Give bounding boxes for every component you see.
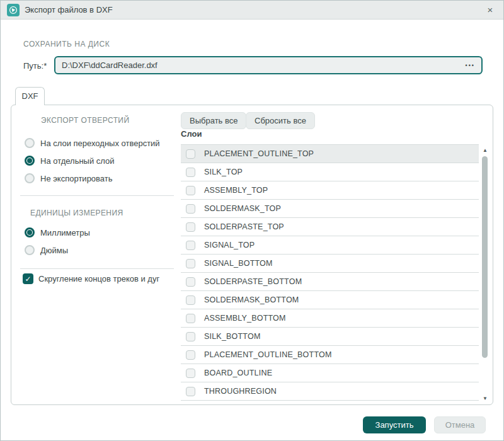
layer-row[interactable]: SIGNAL_TOP (181, 236, 479, 255)
layer-list: PLACEMENT_OUTLINE_TOPSILK_TOPASSEMBLY_TO… (181, 144, 479, 401)
cancel-button[interactable]: Отмена (434, 416, 486, 433)
window-title: Экспорт файлов в DXF (25, 1, 113, 20)
layer-checkbox-unchecked-icon[interactable] (186, 295, 195, 305)
layer-row[interactable]: THROUGHREGION (181, 382, 479, 401)
layer-checkbox-unchecked-icon[interactable] (186, 332, 195, 341)
layer-checkbox-unchecked-icon[interactable] (186, 241, 195, 250)
layer-checkbox-unchecked-icon[interactable] (186, 168, 195, 177)
layer-checkbox-unchecked-icon[interactable] (186, 259, 195, 268)
layer-row[interactable]: SIGNAL_BOTTOM (181, 255, 479, 273)
radio-selected-icon[interactable] (25, 156, 35, 166)
radio-option[interactable]: Не экспортировать (25, 173, 113, 183)
layer-name: PLACEMENT_OUTLINE_TOP (204, 149, 314, 158)
layer-checkbox-unchecked-icon[interactable] (186, 314, 195, 323)
layer-row[interactable]: SOLDERPASTE_TOP (181, 218, 479, 236)
layer-row[interactable]: SOLDERMASK_TOP (181, 200, 479, 218)
layer-row[interactable]: SOLDERMASK_BOTTOM (181, 291, 479, 309)
rounding-checkbox-row[interactable]: ✓ Скругление концов треков и дуг (23, 273, 159, 284)
layer-name: SIGNAL_BOTTOM (204, 259, 273, 268)
layer-checkbox-unchecked-icon[interactable] (186, 350, 195, 360)
layer-name: SOLDERMASK_TOP (204, 204, 281, 213)
radio-option-label: Миллиметры (40, 228, 90, 238)
layer-row[interactable]: SILK_TOP (181, 163, 479, 181)
radio-option-label: Не экспортировать (40, 174, 113, 183)
title-bar: Экспорт файлов в DXF × (1, 1, 503, 20)
layers-column-header: Слои (181, 129, 202, 139)
radio-option-label: На отдельный слой (40, 156, 115, 166)
units-section-header: ЕДИНИЦЫ ИЗМЕРЕНИЯ (30, 209, 123, 217)
layer-name: ASSEMBLY_TOP (204, 186, 268, 195)
radio-option-label: На слои переходных отверстий (40, 139, 160, 148)
radio-unselected-icon[interactable] (25, 245, 35, 255)
radio-selected-icon[interactable] (25, 227, 35, 238)
layer-row[interactable]: ASSEMBLY_TOP (181, 181, 479, 200)
layer-name: PLACEMENT_OUTLINE_BOTTOM (204, 350, 332, 359)
layer-name: SILK_BOTTOM (204, 332, 261, 341)
layer-checkbox-unchecked-icon[interactable] (186, 186, 195, 195)
path-input[interactable]: D:\DXF\ddCardReader.dxf ••• (54, 56, 483, 74)
layer-name: ASSEMBLY_BOTTOM (204, 314, 286, 323)
layer-row[interactable]: SILK_BOTTOM (181, 328, 479, 346)
radio-option-label: Дюймы (40, 246, 68, 255)
path-label: Путь:* (23, 61, 47, 71)
tab-dxf[interactable]: DXF (15, 87, 45, 105)
browse-button[interactable]: ••• (466, 57, 475, 73)
divider (20, 195, 174, 196)
layer-checkbox-unchecked-icon[interactable] (186, 204, 195, 214)
scrollbar-down-icon[interactable]: ▼ (481, 396, 490, 402)
layer-checkbox-unchecked-icon[interactable] (186, 369, 195, 378)
close-icon[interactable]: × (482, 1, 498, 20)
layer-row[interactable]: BOARD_OUTLINE (181, 364, 479, 382)
layer-name: SOLDERMASK_BOTTOM (204, 295, 299, 304)
run-button[interactable]: Запустить (363, 416, 426, 433)
layer-checkbox-unchecked-icon[interactable] (186, 277, 195, 287)
rounding-checkbox-label: Скругление концов треков и дуг (38, 274, 159, 284)
radio-unselected-icon[interactable] (25, 173, 35, 183)
holes-section-header: ЭКСПОРТ ОТВЕРСТИЙ (41, 116, 129, 125)
divider (20, 268, 174, 269)
dxf-app-icon (7, 4, 20, 16)
scrollbar-thumb[interactable] (482, 156, 488, 358)
layer-row[interactable]: SOLDERPASTE_BOTTOM (181, 273, 479, 291)
export-dxf-dialog: Экспорт файлов в DXF × СОХРАНИТЬ НА ДИСК… (0, 0, 504, 441)
path-value: D:\DXF\ddCardReader.dxf (62, 60, 158, 70)
select-all-button[interactable]: Выбрать все (181, 112, 246, 129)
layer-name: THROUGHREGION (204, 387, 277, 396)
layer-name: SOLDERPASTE_BOTTOM (204, 277, 302, 286)
layer-checkbox-unchecked-icon[interactable] (186, 149, 195, 159)
layer-name: SILK_TOP (204, 168, 243, 176)
checkbox-checked-icon[interactable]: ✓ (23, 273, 33, 284)
radio-option[interactable]: На слои переходных отверстий (25, 138, 160, 148)
radio-option[interactable]: Миллиметры (25, 227, 90, 238)
clear-all-button[interactable]: Сбросить все (246, 112, 315, 129)
layer-name: BOARD_OUTLINE (204, 369, 272, 377)
layer-name: SOLDERPASTE_TOP (204, 222, 284, 231)
layer-name: SIGNAL_TOP (204, 241, 255, 249)
radio-unselected-icon[interactable] (25, 138, 35, 148)
layer-row[interactable]: ASSEMBLY_BOTTOM (181, 309, 479, 328)
layer-row[interactable]: PLACEMENT_OUTLINE_TOP (181, 145, 479, 163)
layer-checkbox-unchecked-icon[interactable] (186, 387, 195, 396)
radio-option[interactable]: На отдельный слой (25, 156, 115, 166)
save-section-header: СОХРАНИТЬ НА ДИСК (23, 40, 110, 49)
layer-row[interactable]: PLACEMENT_OUTLINE_BOTTOM (181, 346, 479, 364)
radio-option[interactable]: Дюймы (25, 245, 68, 255)
scrollbar-up-icon[interactable]: ▲ (481, 147, 490, 154)
layer-checkbox-unchecked-icon[interactable] (186, 222, 195, 232)
dxf-tab-panel: ЭКСПОРТ ОТВЕРСТИЙ На слои переходных отв… (11, 105, 493, 405)
